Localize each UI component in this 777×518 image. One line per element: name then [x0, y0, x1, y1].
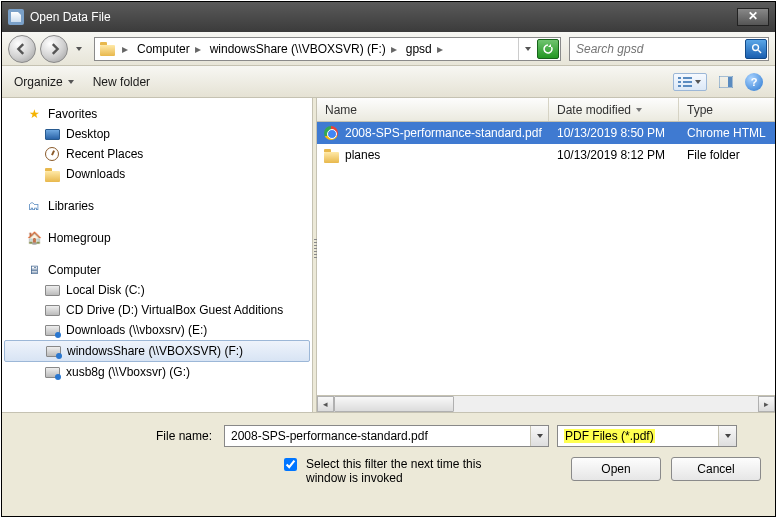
preview-pane-icon — [719, 76, 733, 88]
svg-rect-1 — [678, 77, 681, 79]
nav-local-disk-c[interactable]: Local Disk (C:) — [2, 280, 312, 300]
chrome-pdf-icon — [323, 125, 339, 141]
nav-favorites[interactable]: ★Favorites — [2, 104, 312, 124]
file-name: planes — [345, 148, 380, 162]
nav-desktop[interactable]: Desktop — [2, 124, 312, 144]
window-title: Open Data File — [30, 10, 737, 24]
nav-recent-places[interactable]: Recent Places — [2, 144, 312, 164]
navigation-pane: ★Favorites Desktop Recent Places Downloa… — [2, 98, 312, 412]
cancel-button[interactable]: Cancel — [671, 457, 761, 481]
app-icon — [8, 9, 24, 25]
close-button[interactable]: ✕ — [737, 8, 769, 26]
svg-point-0 — [752, 45, 758, 51]
chevron-right-icon[interactable]: ▸ — [434, 38, 446, 60]
nav-downloads[interactable]: Downloads — [2, 164, 312, 184]
filetype-filter-combo[interactable]: PDF Files (*.pdf) — [557, 425, 737, 447]
drive-icon — [44, 282, 60, 298]
folder-icon — [97, 39, 117, 59]
remember-filter-label: Select this filter the next time this wi… — [306, 457, 500, 485]
open-button[interactable]: Open — [571, 457, 661, 481]
preview-pane-button[interactable] — [715, 74, 737, 90]
title-bar: Open Data File ✕ — [2, 2, 775, 32]
network-drive-icon — [44, 364, 60, 380]
scroll-thumb[interactable] — [334, 396, 454, 412]
search-button[interactable] — [745, 39, 767, 59]
horizontal-scrollbar[interactable]: ◂ ▸ — [317, 395, 775, 412]
filename-combo[interactable]: 2008-SPS-performance-standard.pdf — [224, 425, 549, 447]
column-type[interactable]: Type — [679, 98, 775, 121]
filename-label: File name: — [16, 429, 216, 443]
chevron-right-icon[interactable]: ▸ — [192, 38, 204, 60]
nav-row: ▸ Computer ▸ windowsShare (\\VBOXSVR) (F… — [2, 32, 775, 66]
column-date-modified[interactable]: Date modified — [549, 98, 679, 121]
address-dropdown[interactable] — [518, 38, 536, 60]
file-date: 10/13/2019 8:50 PM — [549, 126, 679, 140]
chevron-right-icon[interactable]: ▸ — [388, 38, 400, 60]
nav-windowsshare-f[interactable]: windowsShare (\\VBOXSVR) (F:) — [4, 340, 310, 362]
folder-icon — [323, 147, 339, 163]
new-folder-label: New folder — [93, 75, 150, 89]
help-button[interactable]: ? — [745, 73, 763, 91]
breadcrumb-share[interactable]: windowsShare (\\VBOXSVR) (F:) — [204, 38, 388, 60]
network-drive-icon — [45, 343, 61, 359]
nav-computer[interactable]: 🖥Computer — [2, 260, 312, 280]
scroll-left-button[interactable]: ◂ — [317, 396, 334, 412]
dialog-footer: File name: 2008-SPS-performance-standard… — [2, 412, 775, 516]
svg-rect-4 — [683, 77, 692, 79]
file-list-pane: Name Date modified Type 2008-SPS-perform… — [317, 98, 775, 412]
computer-icon: 🖥 — [26, 262, 42, 278]
organize-menu[interactable]: Organize — [14, 75, 75, 89]
file-date: 10/13/2019 8:12 PM — [549, 148, 679, 162]
nav-downloads-e[interactable]: Downloads (\\vboxsrv) (E:) — [2, 320, 312, 340]
star-icon: ★ — [26, 106, 42, 122]
libraries-icon: 🗂 — [26, 198, 42, 214]
svg-rect-8 — [728, 77, 732, 87]
cd-drive-icon — [44, 302, 60, 318]
network-drive-icon — [44, 322, 60, 338]
remember-filter-input[interactable] — [284, 458, 297, 471]
nav-history-dropdown[interactable] — [72, 40, 86, 58]
scroll-right-button[interactable]: ▸ — [758, 396, 775, 412]
address-bar[interactable]: ▸ Computer ▸ windowsShare (\\VBOXSVR) (F… — [94, 37, 561, 61]
svg-rect-3 — [678, 85, 681, 87]
view-list-icon — [678, 76, 692, 88]
svg-rect-2 — [678, 81, 681, 83]
column-header: Name Date modified Type — [317, 98, 775, 122]
desktop-icon — [44, 126, 60, 142]
new-folder-button[interactable]: New folder — [93, 75, 150, 89]
back-button[interactable] — [8, 35, 36, 63]
file-type: File folder — [679, 148, 775, 162]
search-input[interactable] — [570, 42, 744, 56]
change-view-button[interactable] — [673, 73, 707, 91]
filetype-filter-value: PDF Files (*.pdf) — [558, 429, 718, 443]
recent-icon — [44, 146, 60, 162]
forward-button[interactable] — [40, 35, 68, 63]
file-name: 2008-SPS-performance-standard.pdf — [345, 126, 542, 140]
remember-filter-checkbox[interactable]: Select this filter the next time this wi… — [280, 457, 500, 485]
filetype-filter-dropdown-button[interactable] — [718, 426, 736, 446]
file-type: Chrome HTML — [679, 126, 775, 140]
filename-value[interactable]: 2008-SPS-performance-standard.pdf — [225, 429, 530, 443]
nav-cd-drive-d[interactable]: CD Drive (D:) VirtualBox Guest Additions — [2, 300, 312, 320]
search-box[interactable] — [569, 37, 769, 61]
nav-libraries[interactable]: 🗂Libraries — [2, 196, 312, 216]
column-name[interactable]: Name — [317, 98, 549, 121]
organize-label: Organize — [14, 75, 63, 89]
file-row[interactable]: 2008-SPS-performance-standard.pdf 10/13/… — [317, 122, 775, 144]
chevron-right-icon[interactable]: ▸ — [119, 38, 131, 60]
nav-homegroup[interactable]: 🏠Homegroup — [2, 228, 312, 248]
svg-rect-6 — [683, 85, 692, 87]
refresh-button[interactable] — [537, 39, 559, 59]
breadcrumb-gpsd[interactable]: gpsd — [400, 38, 434, 60]
file-row[interactable]: planes 10/13/2019 8:12 PM File folder — [317, 144, 775, 166]
svg-rect-5 — [683, 81, 692, 83]
breadcrumb-computer[interactable]: Computer — [131, 38, 192, 60]
filename-dropdown-button[interactable] — [530, 426, 548, 446]
homegroup-icon: 🏠 — [26, 230, 42, 246]
nav-xusb8g-g[interactable]: xusb8g (\\Vboxsvr) (G:) — [2, 362, 312, 382]
scroll-track[interactable] — [454, 396, 758, 412]
folder-icon — [44, 166, 60, 182]
command-bar: Organize New folder ? — [2, 66, 775, 98]
sort-desc-icon — [635, 106, 643, 114]
file-list[interactable]: 2008-SPS-performance-standard.pdf 10/13/… — [317, 122, 775, 395]
